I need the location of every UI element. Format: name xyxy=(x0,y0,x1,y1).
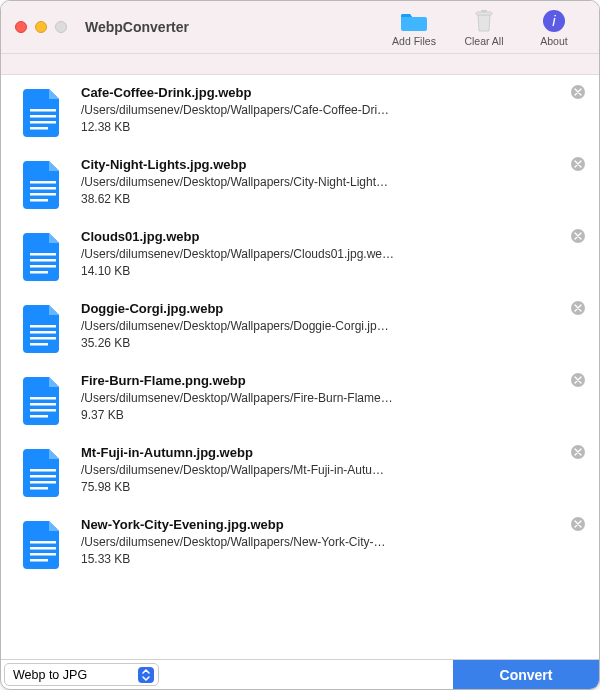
app-title: WebpConverter xyxy=(85,19,189,35)
bottom-bar: Webp to JPG Convert xyxy=(1,659,599,689)
svg-rect-7 xyxy=(30,127,48,130)
file-row[interactable]: New-York-City-Evening.jpg.webp/Users/dil… xyxy=(1,507,599,579)
remove-file-button[interactable] xyxy=(571,301,585,315)
file-row[interactable]: Mt-Fuji-in-Autumn.jpg.webp/Users/dilumse… xyxy=(1,435,599,507)
window-controls xyxy=(15,21,67,33)
file-icon xyxy=(23,521,63,569)
svg-rect-16 xyxy=(30,325,56,328)
file-meta: City-Night-Lights.jpg.webp/Users/dilumse… xyxy=(81,157,583,206)
output-format-value: Webp to JPG xyxy=(13,668,87,682)
svg-rect-13 xyxy=(30,259,56,262)
file-name: Clouds01.jpg.webp xyxy=(81,229,583,244)
minimize-window-button[interactable] xyxy=(35,21,47,33)
file-meta: Mt-Fuji-in-Autumn.jpg.webp/Users/dilumse… xyxy=(81,445,583,494)
titlebar: WebpConverter Add Files Clear All i Abou… xyxy=(1,1,599,53)
maximize-window-button xyxy=(55,21,67,33)
svg-rect-23 xyxy=(30,415,48,418)
svg-rect-22 xyxy=(30,409,56,412)
clear-all-button[interactable]: Clear All xyxy=(453,8,515,47)
file-row[interactable]: Cafe-Coffee-Drink.jpg.webp/Users/dilumse… xyxy=(1,75,599,147)
about-label: About xyxy=(540,35,567,47)
file-size: 14.10 KB xyxy=(81,264,583,278)
svg-rect-24 xyxy=(30,469,56,472)
file-path: /Users/dilumsenev/Desktop/Wallpapers/Clo… xyxy=(81,247,411,261)
file-path: /Users/dilumsenev/Desktop/Wallpapers/Dog… xyxy=(81,319,411,333)
svg-rect-12 xyxy=(30,253,56,256)
file-path: /Users/dilumsenev/Desktop/Wallpapers/Caf… xyxy=(81,103,411,117)
file-meta: Cafe-Coffee-Drink.jpg.webp/Users/dilumse… xyxy=(81,85,583,134)
convert-label: Convert xyxy=(500,667,553,683)
trash-icon xyxy=(471,8,497,34)
svg-rect-11 xyxy=(30,199,48,202)
file-name: Mt-Fuji-in-Autumn.jpg.webp xyxy=(81,445,583,460)
sub-toolbar xyxy=(1,53,599,75)
remove-file-button[interactable] xyxy=(571,229,585,243)
file-size: 35.26 KB xyxy=(81,336,583,350)
folder-icon xyxy=(401,8,427,34)
app-window: WebpConverter Add Files Clear All i Abou… xyxy=(0,0,600,690)
svg-rect-9 xyxy=(30,187,56,190)
file-path: /Users/dilumsenev/Desktop/Wallpapers/New… xyxy=(81,535,411,549)
file-icon xyxy=(23,377,63,425)
remove-file-button[interactable] xyxy=(571,157,585,171)
svg-rect-0 xyxy=(476,12,492,15)
svg-rect-31 xyxy=(30,559,48,562)
file-row[interactable]: Clouds01.jpg.webp/Users/dilumsenev/Deskt… xyxy=(1,219,599,291)
svg-rect-26 xyxy=(30,481,56,484)
file-row[interactable]: City-Night-Lights.jpg.webp/Users/dilumse… xyxy=(1,147,599,219)
remove-file-button[interactable] xyxy=(571,445,585,459)
file-name: Doggie-Corgi.jpg.webp xyxy=(81,301,583,316)
file-icon xyxy=(23,233,63,281)
remove-file-button[interactable] xyxy=(571,373,585,387)
svg-rect-30 xyxy=(30,553,56,556)
output-format-select[interactable]: Webp to JPG xyxy=(4,663,159,686)
file-name: Fire-Burn-Flame.png.webp xyxy=(81,373,583,388)
file-icon xyxy=(23,305,63,353)
file-icon xyxy=(23,89,63,137)
file-icon xyxy=(23,449,63,497)
file-size: 38.62 KB xyxy=(81,192,583,206)
svg-rect-15 xyxy=(30,271,48,274)
svg-rect-19 xyxy=(30,343,48,346)
file-size: 12.38 KB xyxy=(81,120,583,134)
file-size: 15.33 KB xyxy=(81,552,583,566)
file-name: Cafe-Coffee-Drink.jpg.webp xyxy=(81,85,583,100)
file-path: /Users/dilumsenev/Desktop/Wallpapers/Cit… xyxy=(81,175,411,189)
svg-rect-5 xyxy=(30,115,56,118)
svg-rect-25 xyxy=(30,475,56,478)
file-path: /Users/dilumsenev/Desktop/Wallpapers/Fir… xyxy=(81,391,411,405)
svg-rect-17 xyxy=(30,331,56,334)
svg-rect-20 xyxy=(30,397,56,400)
file-list[interactable]: Cafe-Coffee-Drink.jpg.webp/Users/dilumse… xyxy=(1,75,599,659)
file-size: 75.98 KB xyxy=(81,480,583,494)
file-meta: Doggie-Corgi.jpg.webp/Users/dilumsenev/D… xyxy=(81,301,583,350)
svg-rect-4 xyxy=(30,109,56,112)
svg-rect-1 xyxy=(481,10,487,12)
file-size: 9.37 KB xyxy=(81,408,583,422)
file-meta: New-York-City-Evening.jpg.webp/Users/dil… xyxy=(81,517,583,566)
svg-rect-8 xyxy=(30,181,56,184)
remove-file-button[interactable] xyxy=(571,85,585,99)
chevron-up-down-icon xyxy=(138,667,154,683)
clear-all-label: Clear All xyxy=(464,35,503,47)
about-button[interactable]: i About xyxy=(523,8,585,47)
convert-button[interactable]: Convert xyxy=(453,660,599,689)
svg-rect-29 xyxy=(30,547,56,550)
file-row[interactable]: Fire-Burn-Flame.png.webp/Users/dilumsene… xyxy=(1,363,599,435)
close-window-button[interactable] xyxy=(15,21,27,33)
svg-rect-28 xyxy=(30,541,56,544)
file-row[interactable]: Doggie-Corgi.jpg.webp/Users/dilumsenev/D… xyxy=(1,291,599,363)
svg-rect-27 xyxy=(30,487,48,490)
add-files-button[interactable]: Add Files xyxy=(383,8,445,47)
svg-rect-21 xyxy=(30,403,56,406)
svg-rect-18 xyxy=(30,337,56,340)
add-files-label: Add Files xyxy=(392,35,436,47)
file-meta: Clouds01.jpg.webp/Users/dilumsenev/Deskt… xyxy=(81,229,583,278)
file-icon xyxy=(23,161,63,209)
svg-rect-10 xyxy=(30,193,56,196)
file-name: City-Night-Lights.jpg.webp xyxy=(81,157,583,172)
file-path: /Users/dilumsenev/Desktop/Wallpapers/Mt-… xyxy=(81,463,411,477)
svg-rect-14 xyxy=(30,265,56,268)
file-name: New-York-City-Evening.jpg.webp xyxy=(81,517,583,532)
remove-file-button[interactable] xyxy=(571,517,585,531)
